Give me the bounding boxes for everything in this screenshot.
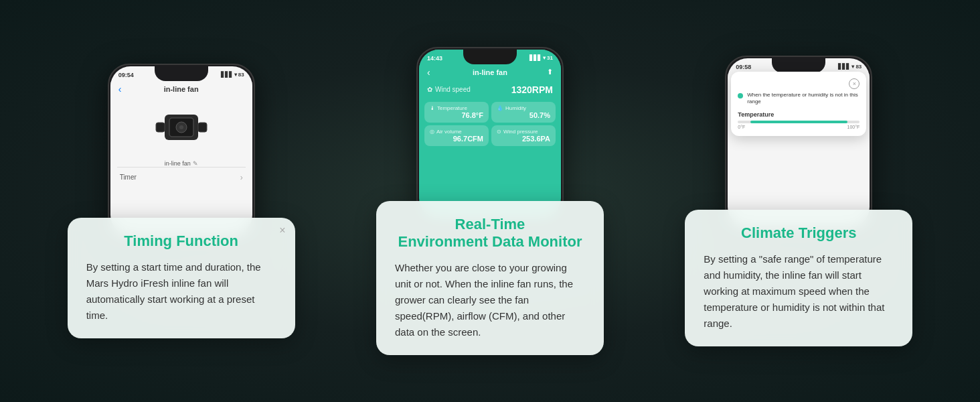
card-body-realtime: Whether you are close to your growing un… xyxy=(395,260,585,340)
range-min: 0°F xyxy=(738,125,745,129)
phone-notch-2 xyxy=(463,50,517,64)
range-max: 100°F xyxy=(847,125,860,129)
device-label-1: in-line fan ✎ xyxy=(165,160,198,167)
section-timing: 09:54 ▋▋▋ ▾ 83 ‹ in-line fan xyxy=(27,64,335,338)
temp-value: 76.8°F xyxy=(430,111,483,119)
modal-section-title: Temperature xyxy=(738,111,860,118)
app-title-1: in-line fan xyxy=(132,85,231,93)
main-container: 09:54 ▋▋▋ ▾ 83 ‹ in-line fan xyxy=(0,0,980,402)
metric-temperature: 🌡 Temperature 76.8°F xyxy=(424,102,489,123)
fan-device-svg xyxy=(155,109,208,149)
phone-timing: 09:54 ▋▋▋ ▾ 83 ‹ in-line fan xyxy=(108,64,255,238)
metrics-grid: 🌡 Temperature 76.8°F 💧 Humidity 50.7% xyxy=(419,99,561,149)
modal-trigger-row: When the temperature or humidity is not … xyxy=(738,92,860,106)
modal-close-btn[interactable]: × xyxy=(849,78,860,89)
signal-icons-2: ▋▋▋ ▾ 31 xyxy=(529,55,553,61)
section-realtime: 14:43 ▋▋▋ ▾ 31 ‹ in-line fan ⬆ xyxy=(335,47,644,356)
close-timing[interactable]: × xyxy=(279,224,285,237)
modal-trigger-text: When the temperature or humidity is not … xyxy=(747,92,860,106)
fan-spin-icon: ✿ xyxy=(427,86,432,93)
time-1: 09:54 xyxy=(118,72,134,78)
humidity-icon: 💧 xyxy=(497,105,503,111)
humidity-value: 50.7% xyxy=(497,111,550,119)
signal-icons-3: ▋▋▋ ▾ 83 xyxy=(838,64,862,70)
pressure-icon: ⊙ xyxy=(497,129,501,135)
phone-notch-1 xyxy=(155,66,208,81)
timer-row[interactable]: Timer › xyxy=(117,167,246,188)
modal-header: × xyxy=(738,78,860,89)
phone-frame-2: 14:43 ▋▋▋ ▾ 31 ‹ in-line fan ⬆ xyxy=(416,47,564,221)
phone-climate: 09:58 ▋▋▋ ▾ 83 ‹ in-line fan ⬆ xyxy=(725,56,872,230)
fan-device-wrapper xyxy=(155,109,208,152)
signal-icons-1: ▋▋▋ ▾ 83 xyxy=(221,72,244,78)
time-2: 14:43 xyxy=(427,55,442,62)
edit-icon-1[interactable]: ✎ xyxy=(193,160,198,167)
wind-speed-row: ✿ Wind speed 1320RPM xyxy=(419,80,561,99)
metric-airvolume: ◎ Air volume 96.7CFM xyxy=(424,125,489,146)
app-title-2: in-line fan xyxy=(440,68,540,76)
range-fill xyxy=(750,121,848,123)
phone-frame-1: 09:54 ▋▋▋ ▾ 83 ‹ in-line fan xyxy=(108,64,255,238)
phone1-content: in-line fan ✎ Timer › xyxy=(110,97,252,194)
svg-point-3 xyxy=(179,125,183,129)
svg-rect-4 xyxy=(156,123,165,132)
card-title-timing: Timing Function xyxy=(86,232,276,250)
phone-screen-2: 14:43 ▋▋▋ ▾ 31 ‹ in-line fan ⬆ xyxy=(419,50,561,218)
card-body-timing: By setting a start time and duration, th… xyxy=(86,259,276,324)
share-button-2[interactable]: ⬆ xyxy=(540,68,553,76)
app-header-1: ‹ in-line fan xyxy=(110,81,252,97)
air-icon: ◎ xyxy=(430,129,434,135)
range-bar xyxy=(738,121,860,123)
temp-icon: 🌡 xyxy=(430,105,435,111)
info-card-realtime: Real-Time Environment Data Monitor Wheth… xyxy=(376,201,604,356)
time-3: 09:58 xyxy=(736,64,751,70)
card-title-realtime: Real-Time Environment Data Monitor xyxy=(395,216,585,251)
info-card-timing: × Timing Function By setting a start tim… xyxy=(68,218,295,338)
phone-screen-1: 09:54 ▋▋▋ ▾ 83 ‹ in-line fan xyxy=(110,66,252,235)
climate-modal: × When the temperature or humidity is no… xyxy=(731,72,866,136)
range-labels: 0°F 100°F xyxy=(738,125,860,129)
svg-rect-5 xyxy=(198,123,207,132)
wind-rpm-value: 1320RPM xyxy=(511,84,553,95)
metric-humidity: 💧 Humidity 50.7% xyxy=(491,102,556,123)
card-body-climate: By setting a "safe range" of temperature… xyxy=(704,251,894,332)
info-card-climate: Climate Triggers By setting a "safe rang… xyxy=(685,210,912,346)
pressure-value: 253.6PA xyxy=(497,135,550,143)
section-climate: 09:58 ▋▋▋ ▾ 83 ‹ in-line fan ⬆ xyxy=(645,56,953,346)
phone-screen-3: 09:58 ▋▋▋ ▾ 83 ‹ in-line fan ⬆ xyxy=(728,58,870,227)
phone-frame-3: 09:58 ▋▋▋ ▾ 83 ‹ in-line fan ⬆ xyxy=(725,56,872,230)
air-value: 96.7CFM xyxy=(430,135,483,143)
status-dot xyxy=(738,93,743,98)
back-button-2[interactable]: ‹ xyxy=(427,67,440,78)
phone-realtime: 14:43 ▋▋▋ ▾ 31 ‹ in-line fan ⬆ xyxy=(416,47,564,221)
timer-arrow: › xyxy=(240,173,243,182)
metric-windpressure: ⊙ Wind pressure 253.6PA xyxy=(491,125,556,146)
back-button-1[interactable]: ‹ xyxy=(118,84,132,94)
phone-notch-3 xyxy=(772,58,825,73)
card-title-climate: Climate Triggers xyxy=(704,224,894,242)
app-header-2: ‹ in-line fan ⬆ xyxy=(419,64,561,80)
wind-label: ✿ Wind speed xyxy=(427,86,471,93)
